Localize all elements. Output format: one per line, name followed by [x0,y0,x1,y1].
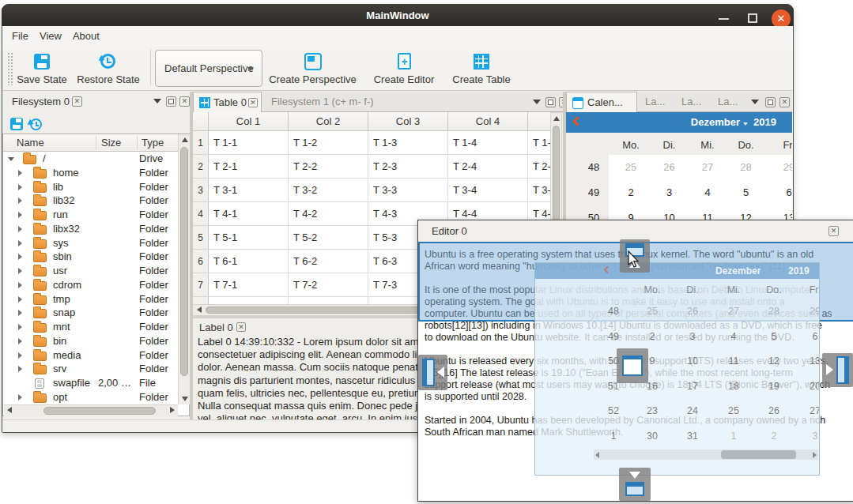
calendar-month-dropdown-icon[interactable] [743,122,748,126]
calendar-day[interactable]: 3 [655,186,684,198]
expander-icon[interactable] [18,170,22,176]
editor-close-icon[interactable] [828,226,839,236]
tree-row[interactable]: runFolder [3,208,178,222]
menu-about[interactable]: About [73,26,100,46]
dock-indicator-bottom[interactable] [619,468,651,501]
tree-row[interactable]: optFolder [3,390,178,404]
table-row-header[interactable]: 8 [193,297,209,304]
calendar-day[interactable]: 5 [732,186,761,198]
calendar-day[interactable]: 26 [655,161,684,173]
tree-item-name[interactable]: tmp [53,293,70,305]
table-cell[interactable]: T 2-2 [289,155,368,179]
table-col-header[interactable]: Col 5 [528,112,550,131]
perspective-combobox[interactable]: Default Perspective [155,50,262,87]
table-cell[interactable]: T 6-2 [289,250,368,273]
tree-row[interactable]: tmpFolder [3,292,178,307]
expander-icon[interactable] [18,338,22,344]
tab-filesystem1[interactable]: Filesystem 1 (c+ m- f-) [271,96,374,107]
filesystem-panel-float-icon[interactable] [166,96,176,107]
tree-item-name[interactable]: run [53,209,68,220]
expander-icon[interactable] [18,352,22,359]
editor-titlebar[interactable]: Editor 0 [417,220,853,242]
calendar-month[interactable]: Dezember [691,116,740,128]
tree-row[interactable]: mntFolder [3,320,178,334]
label-tab-close-icon[interactable] [236,322,246,332]
table-cell[interactable]: T 3-5 [528,179,550,202]
tree-header[interactable]: Name Size Type [3,134,178,152]
expander-icon[interactable] [18,324,22,330]
expander-icon[interactable] [18,366,22,372]
calendar-day[interactable]: 27 [693,161,722,173]
calendar-day[interactable]: 25 [617,161,645,173]
create-perspective-icon[interactable] [304,53,322,70]
tab-table0[interactable]: Table 0 [193,92,262,112]
tree-row[interactable]: swapfile2,00 …File [3,376,178,390]
save-state-button[interactable]: Save State [13,73,70,85]
center-panel-menu-icon[interactable] [533,100,541,104]
right-panel-close-icon[interactable] [779,97,790,107]
table-cell[interactable]: T 5-1 [209,226,289,250]
tree-vertical-scrollbar[interactable] [178,134,190,404]
expander-icon[interactable] [18,184,22,190]
create-editor-button[interactable]: Create Editor [368,73,440,85]
calendar-day[interactable]: 6 [775,186,792,198]
table-row-header[interactable]: 4 [193,202,209,226]
restore-state-button[interactable]: Restore State [74,73,143,85]
table-col-header[interactable]: Col 1 [209,112,289,131]
restore-state-icon[interactable] [100,54,115,69]
right-panel-float-icon[interactable] [765,97,776,107]
tree-item-name[interactable]: bin [53,335,66,347]
tree-row[interactable]: homeFolder [3,166,178,180]
table-cell[interactable]: T 1-4 [448,131,528,155]
tree-item-name[interactable]: srv [53,363,66,374]
table-cell[interactable]: T 1-5 [528,131,550,155]
expander-icon[interactable] [18,197,22,204]
save-state-icon[interactable] [34,54,50,70]
expander-icon[interactable] [18,254,22,260]
expander-icon[interactable] [18,310,22,316]
expander-icon[interactable] [18,268,22,274]
table-cell[interactable]: T 5-2 [289,226,368,250]
right-panel-menu-icon[interactable] [751,100,759,104]
tree-item-name[interactable]: / [43,152,46,164]
filesystem-panel-close-icon[interactable] [179,96,190,107]
tab-label3[interactable]: La... [718,96,738,107]
table-cell[interactable]: T 4-1 [209,202,289,226]
table-cell[interactable]: T 4-2 [289,202,368,226]
col-type[interactable]: Type [142,137,164,149]
table-row-header[interactable]: 6 [193,250,209,273]
tree-row[interactable]: /Drive [3,152,178,166]
table-col-header[interactable]: Col 2 [289,112,368,131]
titlebar[interactable]: MainWindow ✕ [2,4,794,26]
calendar-day[interactable]: 29 [775,161,792,173]
tree-item-name[interactable]: sbin [53,250,72,262]
tab-label2[interactable]: La... [681,96,701,107]
tree-row[interactable]: sysFolder [3,236,178,250]
tree-item-name[interactable]: lib32 [53,194,74,206]
table-cell[interactable]: T 2-1 [209,155,289,179]
create-editor-icon[interactable] [398,53,411,70]
maximize-button[interactable] [748,13,757,23]
table-row-header[interactable]: 3 [193,179,209,202]
tree-item-name[interactable]: opt [53,391,67,403]
tree-item-name[interactable]: lib [53,181,63,193]
expander-icon[interactable] [18,394,22,401]
table-cell[interactable]: T 7-2 [289,273,368,297]
table-row-header[interactable]: 7 [193,273,209,297]
expander-icon[interactable] [18,282,22,288]
tab-table0-close-icon[interactable] [248,98,258,107]
table-cell[interactable]: T 3-2 [289,179,368,202]
tree-row[interactable]: snapFolder [3,306,178,320]
col-name[interactable]: Name [17,137,44,149]
tab-label1[interactable]: La... [645,96,665,107]
tree-row[interactable]: usrFolder [3,264,178,278]
expander-icon[interactable] [8,157,14,161]
table-row-header[interactable]: 2 [193,155,209,179]
tree-item-name[interactable]: mnt [53,321,70,333]
create-table-button[interactable]: Create Table [445,73,518,85]
fs-restore-icon[interactable] [30,118,42,130]
table-cell[interactable]: T 6-1 [209,250,289,273]
table-cell[interactable]: T 1-1 [209,131,289,155]
table-col-header[interactable]: Col 3 [368,112,448,131]
expander-icon[interactable] [18,296,22,303]
